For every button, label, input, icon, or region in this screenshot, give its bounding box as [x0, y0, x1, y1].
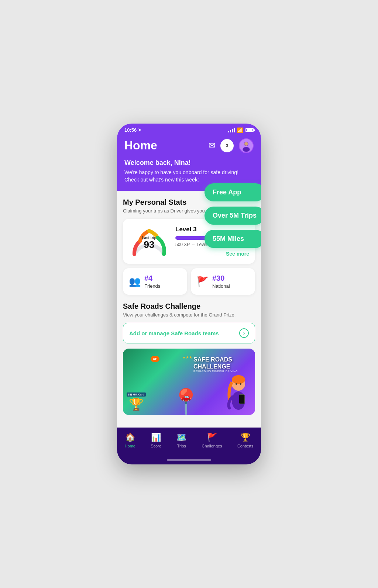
- status-bar: 10:56 ➤ 📶: [117, 124, 261, 135]
- miles-badge[interactable]: 55M Miles: [205, 230, 261, 248]
- trips-badge[interactable]: Over 5M Trips: [205, 207, 261, 225]
- nav-challenges-label: Challenges: [202, 444, 222, 448]
- battery-icon: [245, 128, 254, 132]
- wifi-icon: 📶: [237, 127, 243, 133]
- phone-in-hand: [239, 394, 245, 404]
- car-icon: 🚗: [181, 392, 191, 402]
- free-app-badge[interactable]: Free App: [205, 183, 261, 201]
- nav-home-label: Home: [125, 444, 135, 448]
- friends-rank-card[interactable]: 👥 #4 Friends: [123, 268, 187, 295]
- national-rank-details: #30 National: [212, 274, 230, 289]
- contests-icon: 🏆: [240, 433, 250, 442]
- ranking-row: 👥 #4 Friends 🚩 #30 National: [123, 268, 255, 295]
- signal-icon: [228, 128, 235, 132]
- national-rank-number: #30: [212, 274, 230, 283]
- challenges-icon: 🚩: [207, 433, 217, 442]
- avatar[interactable]: [239, 138, 254, 153]
- last-trip-score: 93: [142, 240, 156, 249]
- xp-badge: XP: [151, 356, 159, 362]
- national-rank-card[interactable]: 🚩 #30 National: [191, 268, 255, 295]
- nav-trips-label: Trips: [177, 444, 186, 448]
- banner-person: [226, 369, 251, 415]
- home-indicator: [117, 457, 261, 464]
- banner-left-decor: $$$ Gift Card 🏆: [127, 392, 146, 411]
- home-icon: 🏠: [125, 433, 135, 442]
- status-indicators: 📶: [228, 127, 254, 133]
- nav-contests-label: Contests: [237, 444, 253, 448]
- gift-card-label: $$$ Gift Card: [127, 392, 146, 397]
- nav-trips[interactable]: 🗺️ Trips: [173, 431, 190, 450]
- mail-icon[interactable]: ✉: [209, 141, 215, 151]
- svg-point-3: [244, 142, 248, 146]
- manage-teams-text: Add or manage Safe Roads teams: [129, 330, 219, 336]
- upper-section: Home ✉ 3: [117, 135, 261, 191]
- header-top: Home ✉ 3: [124, 138, 254, 153]
- national-rank-label: National: [212, 283, 230, 289]
- time-display: 10:56: [124, 127, 137, 133]
- notification-count: 3: [226, 143, 228, 148]
- svg-point-7: [232, 375, 245, 384]
- chevron-right-icon: ›: [239, 328, 249, 338]
- score-gauge: Last trip 93: [129, 225, 169, 258]
- nav-challenges[interactable]: 🚩 Challenges: [198, 431, 226, 450]
- header-icons: ✉ 3: [209, 138, 254, 153]
- location-arrow-icon: ➤: [138, 128, 141, 132]
- banner-center: 📍 🚗: [170, 389, 202, 415]
- nav-score-label: Score: [151, 444, 161, 448]
- welcome-section: Welcome back, Nina! We're happy to have …: [124, 159, 254, 183]
- notification-badge[interactable]: 3: [220, 139, 234, 152]
- banner-title: SAFE ROADSCHALLENGE: [193, 356, 238, 370]
- friends-icon: 👥: [129, 276, 141, 287]
- welcome-text: We're happy to have you onboard for safe…: [124, 169, 254, 183]
- challenge-title: Safe Roads Challenge: [123, 302, 255, 311]
- friends-rank-label: Friends: [144, 283, 160, 289]
- see-more-link[interactable]: See more: [175, 251, 249, 257]
- nav-score[interactable]: 📊 Score: [147, 431, 165, 450]
- gauge-text: Last trip 93: [142, 236, 156, 249]
- svg-point-4: [243, 147, 250, 152]
- challenge-banner[interactable]: $$$ Gift Card 🏆 📍 🚗 SAFE ROADSCHALLENGE: [123, 349, 255, 415]
- stars-icon: ★★★: [182, 355, 192, 359]
- bottom-nav: 🏠 Home 📊 Score 🗺️ Trips 🚩 Challenges 🏆 C…: [117, 428, 261, 457]
- score-icon: 📊: [151, 433, 161, 442]
- nav-contests[interactable]: 🏆 Contests: [234, 431, 257, 450]
- trips-icon: 🗺️: [176, 433, 186, 442]
- friends-rank-details: #4 Friends: [144, 274, 160, 289]
- svg-point-8: [236, 383, 237, 385]
- welcome-title: Welcome back, Nina!: [124, 159, 254, 167]
- challenge-section: Safe Roads Challenge View your challenge…: [123, 302, 255, 415]
- header: Home ✉ 3: [117, 135, 261, 191]
- friends-rank-number: #4: [144, 274, 160, 283]
- home-indicator-bar: [167, 459, 211, 461]
- page-title: Home: [124, 139, 157, 152]
- national-icon: 🚩: [197, 276, 209, 287]
- trophy-icon: 🏆: [129, 397, 144, 411]
- status-time: 10:56 ➤: [124, 127, 141, 133]
- nav-home[interactable]: 🏠 Home: [121, 431, 139, 450]
- manage-teams-button[interactable]: Add or manage Safe Roads teams ›: [123, 323, 255, 343]
- person-svg: [226, 369, 251, 414]
- challenge-subtitle: View your challenges & compete for the G…: [123, 312, 255, 318]
- svg-point-9: [240, 383, 241, 385]
- floating-badges: Free App Over 5M Trips 55M Miles: [205, 183, 261, 248]
